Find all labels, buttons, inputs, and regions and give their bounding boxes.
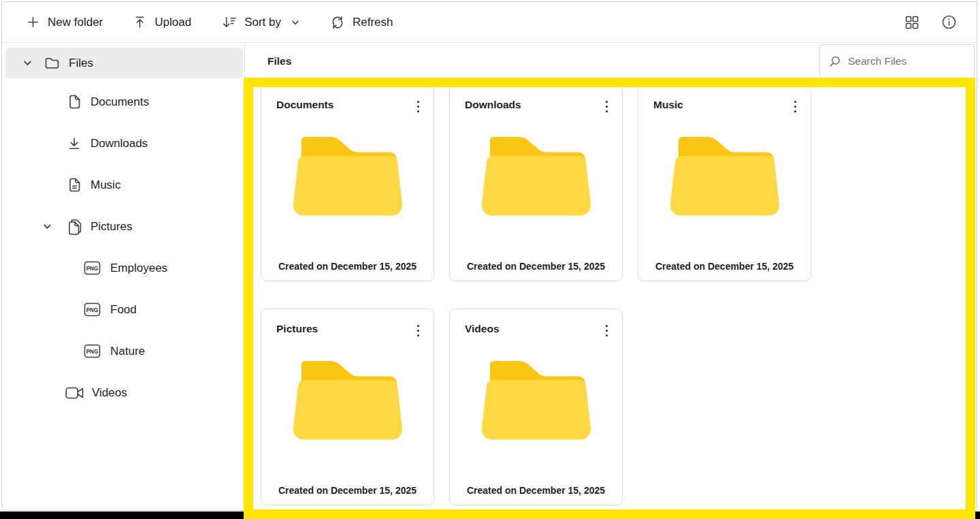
sidebar-item-pictures[interactable]: Pictures bbox=[5, 211, 243, 242]
sort-by-label: Sort by bbox=[244, 16, 281, 29]
created-label: Created on December 15, 2025 bbox=[261, 485, 434, 496]
info-button[interactable] bbox=[941, 14, 958, 31]
folder-icon bbox=[44, 55, 60, 71]
png-badge-icon: PNG bbox=[84, 260, 101, 276]
sort-by-button[interactable]: Sort by bbox=[221, 15, 300, 29]
folder-art-icon bbox=[480, 358, 593, 445]
kebab-icon bbox=[416, 100, 420, 113]
folder-art-icon bbox=[291, 358, 404, 445]
upload-icon bbox=[133, 15, 147, 29]
plus-icon bbox=[26, 15, 40, 29]
sidebar-tree: Files Documents Downloads bbox=[2, 43, 245, 510]
upload-label: Upload bbox=[154, 16, 191, 29]
sidebar-item-label: Documents bbox=[91, 95, 149, 109]
kebab-menu-button[interactable] bbox=[789, 99, 801, 114]
card-title: Videos bbox=[465, 323, 500, 335]
sidebar-item-label: Food bbox=[110, 303, 137, 317]
sort-icon bbox=[221, 15, 237, 29]
info-icon bbox=[941, 14, 958, 31]
chevron-down-icon[interactable] bbox=[42, 221, 52, 232]
folder-art-icon bbox=[480, 133, 593, 221]
refresh-icon bbox=[330, 15, 345, 30]
sidebar-item-employees[interactable]: PNG Employees bbox=[5, 253, 243, 283]
kebab-icon bbox=[605, 324, 608, 337]
sidebar-item-label: Files bbox=[69, 57, 93, 70]
card-header: Music bbox=[638, 85, 811, 114]
search-input[interactable] bbox=[847, 54, 962, 68]
grid-view-button[interactable] bbox=[904, 14, 920, 31]
video-icon bbox=[65, 386, 84, 400]
document-text-icon bbox=[67, 177, 82, 193]
card-header: Documents bbox=[261, 85, 434, 114]
kebab-menu-button[interactable] bbox=[412, 99, 424, 114]
kebab-icon bbox=[605, 100, 608, 113]
sidebar-item-downloads[interactable]: Downloads bbox=[5, 128, 243, 159]
png-badge-text: PNG bbox=[86, 266, 99, 272]
folder-card-downloads[interactable]: Downloads Created on December 15, 2025 bbox=[449, 84, 623, 281]
upload-button[interactable]: Upload bbox=[133, 15, 191, 29]
card-title: Documents bbox=[276, 99, 333, 111]
refresh-button[interactable]: Refresh bbox=[330, 15, 393, 30]
created-label: Created on December 15, 2025 bbox=[450, 261, 622, 272]
sidebar-item-label: Employees bbox=[110, 262, 167, 275]
sidebar-item-food[interactable]: PNG Food bbox=[5, 294, 243, 325]
created-label: Created on December 15, 2025 bbox=[261, 261, 434, 272]
folder-art-icon bbox=[291, 133, 404, 221]
card-title: Pictures bbox=[276, 323, 318, 335]
main-panel: Files Documents bbox=[245, 43, 977, 510]
refresh-label: Refresh bbox=[353, 16, 393, 29]
new-folder-label: New folder bbox=[48, 16, 103, 29]
content-area: Files Documents Downloads bbox=[2, 43, 977, 510]
screen-bottom-strip bbox=[0, 512, 980, 519]
sidebar-item-music[interactable]: Music bbox=[5, 170, 243, 200]
sidebar-item-documents[interactable]: Documents bbox=[5, 86, 243, 117]
created-label: Created on December 15, 2025 bbox=[450, 485, 622, 496]
folder-card-music[interactable]: Music Created on December 15, 2025 bbox=[638, 84, 811, 281]
card-header: Videos bbox=[450, 309, 622, 339]
toolbar: New folder Upload Sort by bbox=[2, 2, 977, 43]
folder-art-icon bbox=[668, 133, 781, 221]
chevron-down-icon bbox=[291, 18, 300, 27]
toolbar-right-group bbox=[904, 14, 977, 31]
download-icon bbox=[67, 136, 82, 151]
kebab-menu-button[interactable] bbox=[601, 99, 612, 114]
png-badge-icon: PNG bbox=[84, 343, 101, 359]
sidebar-item-label: Pictures bbox=[91, 220, 132, 234]
png-badge-text: PNG bbox=[86, 307, 99, 313]
card-header: Downloads bbox=[450, 85, 622, 114]
sidebar-item-nature[interactable]: PNG Nature bbox=[5, 336, 243, 366]
kebab-icon bbox=[416, 324, 420, 337]
search-icon bbox=[828, 55, 841, 68]
png-badge-text: PNG bbox=[86, 349, 99, 355]
chevron-down-icon[interactable] bbox=[22, 58, 33, 68]
folder-card-videos[interactable]: Videos Created on December 15, 2025 bbox=[449, 309, 623, 505]
copy-icon bbox=[67, 219, 82, 235]
document-icon bbox=[67, 94, 82, 110]
png-badge-icon: PNG bbox=[84, 302, 101, 317]
sidebar-item-label: Videos bbox=[92, 386, 127, 400]
card-title: Downloads bbox=[465, 99, 521, 111]
sidebar-item-videos[interactable]: Videos bbox=[5, 377, 243, 408]
folder-card-grid: Documents Created on December 15, 2025 bbox=[261, 84, 813, 505]
grid-view-icon bbox=[904, 14, 920, 31]
sidebar-item-files[interactable]: Files bbox=[5, 48, 243, 78]
page-title: Files bbox=[267, 55, 291, 67]
created-label: Created on December 15, 2025 bbox=[638, 261, 811, 272]
kebab-menu-button[interactable] bbox=[601, 323, 612, 339]
new-folder-button[interactable]: New folder bbox=[26, 15, 103, 29]
card-header: Pictures bbox=[261, 309, 434, 339]
file-manager-window: New folder Upload Sort by bbox=[1, 1, 977, 511]
kebab-icon bbox=[794, 100, 797, 113]
folder-card-pictures[interactable]: Pictures Created on December 15, 2025 bbox=[261, 309, 434, 505]
card-title: Music bbox=[653, 99, 683, 111]
kebab-menu-button[interactable] bbox=[412, 323, 424, 339]
sidebar-item-label: Downloads bbox=[91, 137, 148, 151]
sidebar-item-label: Nature bbox=[110, 345, 145, 358]
folder-card-documents[interactable]: Documents Created on December 15, 2025 bbox=[261, 84, 434, 281]
sidebar-item-label: Music bbox=[91, 178, 120, 192]
search-box bbox=[819, 44, 975, 78]
